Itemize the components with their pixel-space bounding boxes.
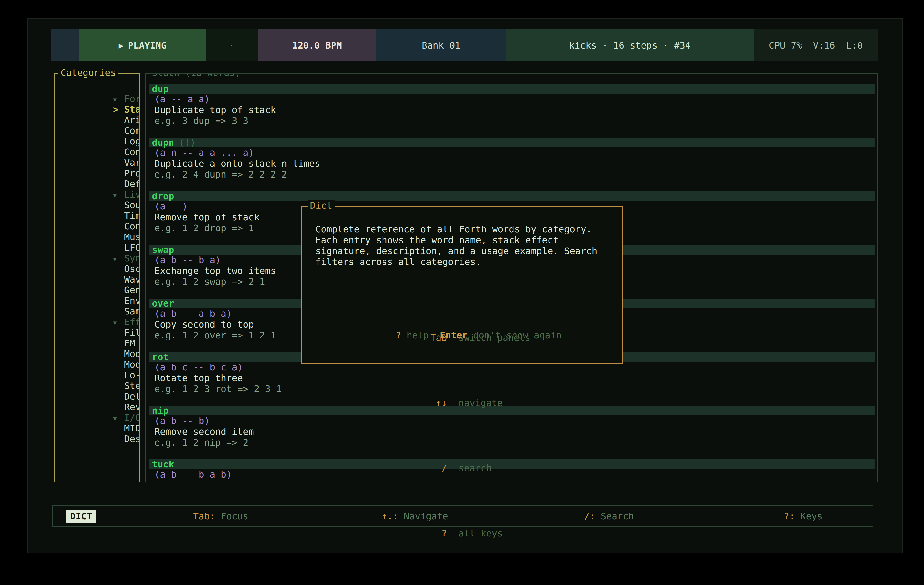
word-example: e.g. 3 dup => 3 3 (148, 115, 875, 126)
dict-help-modal: Dict Complete reference of all Forth wor… (301, 206, 623, 364)
shortcut-row: /search (315, 452, 622, 484)
shortcut-key: / (382, 463, 447, 474)
row-marker-icon: ▼ (110, 254, 124, 264)
word-name: nip (152, 405, 169, 416)
enter-key: Enter (440, 330, 467, 341)
sidebar-item-label: Mod FX (124, 359, 139, 370)
sidebar-item-label: Music (124, 232, 139, 242)
status-hint-label: Focus (215, 511, 248, 521)
word-entry[interactable]: dup (a -- a a) Duplicate top of stack e.… (148, 84, 875, 138)
categories-list: ▼Forth >Stack Arithmetic Comparison Logi… (55, 74, 139, 481)
bank-display: Bank 01 (376, 29, 506, 61)
status-hint-label: Keys (795, 511, 822, 521)
sidebar-item-label: LFO (124, 242, 139, 253)
sidebar-item-label: Stack (124, 104, 139, 115)
word-name: swap (152, 244, 174, 255)
word-name: dupn (152, 137, 174, 148)
word-entry-header: dup (148, 84, 875, 94)
row-marker-icon: ▼ (110, 190, 124, 201)
sidebar-item-label: Delay (124, 391, 139, 402)
modal-body-line: signature, description, and a usage exam… (315, 246, 622, 257)
shortcut-key: ? (382, 528, 447, 539)
sidebar-item-label: Modulation (124, 349, 139, 359)
shortcut-label: all keys (459, 528, 503, 539)
sidebar-item-label: Logic (124, 136, 139, 147)
transport-label: PLAYING (128, 40, 167, 51)
row-marker-icon: ▼ (110, 318, 124, 328)
word-description: Duplicate top of stack (148, 105, 875, 115)
word-name: rot (152, 352, 169, 362)
transport-spacer (51, 29, 79, 61)
sidebar-item-label: Stereo (124, 381, 139, 391)
sidebar-item-label: Desktop (124, 433, 139, 444)
play-icon: ▶ (119, 41, 124, 50)
mode-badge: DICT (66, 510, 96, 523)
sidebar-item-label: FM (124, 338, 135, 349)
word-signature: (a -- a a) (148, 94, 875, 105)
status-hint-key: Tab: (193, 511, 215, 521)
sidebar-item-label: Context (124, 221, 139, 232)
sidebar-item-label: MIDI (124, 423, 139, 433)
word-description: Duplicate a onto stack n times (148, 158, 875, 169)
status-hint: ?: Keys (678, 500, 873, 532)
modal-footer: ? helpEnter don't show again (302, 319, 622, 351)
modal-title: Dict (308, 200, 335, 211)
sidebar-item-label: Control (124, 147, 139, 157)
bpm-display: 120.0 BPM (257, 29, 376, 61)
words-panel-title: Stack (18 words) (150, 73, 243, 78)
sidebar-item-label: I/O (124, 412, 139, 423)
shortcut-row: ?all keys (315, 517, 622, 550)
sidebar-item[interactable]: ▼Forth (55, 83, 139, 94)
shortcut-label: search (459, 463, 492, 473)
shortcut-label: navigate (459, 397, 503, 408)
sidebar-item-label: Sound (124, 200, 139, 210)
modal-body-line: Each entry shows the word name, stack ef… (315, 235, 622, 246)
sidebar-item-label: Live Coding (124, 189, 139, 200)
sidebar-item-label: Effects (124, 316, 139, 327)
sidebar-item-label: Probability (124, 168, 139, 178)
sidebar-item-label: Envelope (124, 295, 139, 306)
sidebar-item-label: Variables (124, 157, 139, 168)
row-marker-icon: ▼ (110, 94, 124, 105)
row-marker-icon: > (110, 104, 124, 115)
sidebar-item-label: Time (124, 210, 139, 221)
sidebar-item-label: Forth (124, 94, 139, 104)
sidebar-item-label: Oscillator (124, 264, 139, 274)
shortcut-key: ↑↓ (382, 397, 447, 409)
word-name: over (152, 298, 174, 309)
word-flag: (!) (179, 137, 196, 148)
word-entry[interactable]: dupn(!) (a n -- a a ... a) Duplicate a o… (148, 138, 875, 191)
word-entry-header: drop (148, 191, 875, 201)
categories-title: Categories (58, 68, 119, 78)
modal-body-line: Complete reference of all Forth words by… (315, 224, 622, 235)
transport-status: ▶ PLAYING (79, 29, 206, 61)
word-entry-header: dupn(!) (148, 138, 875, 147)
pulse-dot-icon: · (229, 40, 234, 51)
top-bar: ▶ PLAYING · 120.0 BPM Bank 01 kicks · 16… (51, 29, 878, 61)
word-example: e.g. 2 4 dupn => 2 2 2 2 (148, 169, 875, 180)
app-window: ▶ PLAYING · 120.0 BPM Bank 01 kicks · 16… (27, 18, 903, 553)
help-label: help (401, 330, 429, 341)
sidebar-item-label: Wavetable (124, 274, 139, 285)
status-hint-key: ?: (784, 511, 795, 521)
sidebar-item-label: Arithmetic (124, 115, 139, 125)
shortcut-row: ↑↓navigate (315, 387, 622, 419)
word-name: drop (152, 191, 174, 201)
sidebar-item-label: Reverb (124, 402, 139, 412)
pattern-info: kicks · 16 steps · #34 (506, 29, 754, 61)
row-marker-icon: ▼ (110, 413, 124, 424)
status-hint: Tab: Focus (96, 500, 290, 532)
dismiss-label: don't show again (467, 330, 561, 341)
help-key: ? (396, 330, 401, 341)
sidebar-item-label: Generator (124, 285, 139, 295)
word-name: dup (152, 84, 169, 94)
beat-pulse: · (206, 29, 257, 61)
categories-panel: Categories ▼Forth >Stack Arithmetic Comp… (54, 73, 140, 482)
sidebar-item-label: Lo-fi (124, 370, 139, 381)
word-name: tuck (152, 459, 174, 470)
word-signature: (a n -- a a ... a) (148, 147, 875, 158)
system-stats: CPU 7% V:16 L:0 (754, 29, 878, 61)
modal-body-line: filters across all categories. (315, 257, 622, 267)
sidebar-item-label: Synthesis (124, 253, 139, 264)
sidebar-item-label: Sample (124, 306, 139, 316)
